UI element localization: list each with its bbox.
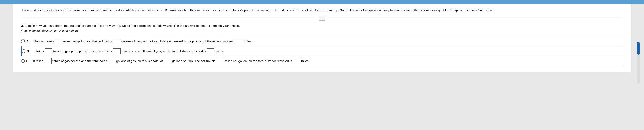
intro-text: Jamar and his family frequently drive fr…: [21, 8, 623, 13]
option-b-text-2: tanks of gas per trip and the car travel…: [53, 49, 112, 53]
instruction-text: (Type integers, fractions, or mixed numb…: [21, 29, 623, 32]
option-a-text-1: The car travels: [33, 39, 54, 43]
question-text: 3. Explain how you can determine the tot…: [21, 24, 623, 27]
option-label-a: A.: [26, 39, 29, 43]
option-c-text-1: It takes: [33, 59, 43, 63]
option-content-a: The car travels miles per gallon and the…: [33, 39, 623, 44]
option-content-b: It takes tanks of gas per trip and the c…: [34, 48, 623, 54]
option-c-text-2: tanks of gas per trip and the tank holds: [52, 59, 107, 63]
divider-row: ···: [21, 16, 623, 21]
scrollbar[interactable]: [637, 42, 640, 84]
option-a-text-4: miles.: [244, 39, 252, 43]
option-row-c: C. It takes tanks of gas per trip and th…: [21, 56, 623, 66]
radio-container-b[interactable]: B.: [22, 49, 31, 53]
scrollbar-thumb[interactable]: [637, 42, 640, 55]
option-b-box-3[interactable]: [207, 48, 214, 54]
option-c-text-4: gallons per trip. The car travels: [172, 59, 216, 63]
option-c-box-1[interactable]: [44, 58, 52, 64]
option-label-b: B.: [27, 49, 30, 53]
main-container: Jamar and his family frequently drive fr…: [13, 4, 631, 72]
option-a-box-3[interactable]: [236, 39, 243, 44]
option-c-text-6: miles.: [301, 59, 310, 63]
radio-container-a[interactable]: A.: [21, 39, 30, 43]
option-a-text-2: miles per gallon and the tank holds: [63, 39, 112, 43]
option-c-box-3[interactable]: [164, 58, 171, 64]
option-c-box-2[interactable]: [108, 58, 116, 64]
option-c-box-5[interactable]: [293, 58, 300, 64]
top-bar: [0, 0, 644, 4]
option-a-text-3: gallons of gas, so the total distance tr…: [121, 39, 235, 43]
radio-button-c[interactable]: [21, 59, 25, 63]
option-row-a: A. The car travels miles per gallon and …: [21, 36, 623, 46]
option-a-box-2[interactable]: [113, 39, 120, 44]
option-a-box-1[interactable]: [55, 39, 62, 44]
option-c-text-3: gallons of gas, so this is a total of: [116, 59, 163, 63]
divider-line-right: [328, 18, 623, 18]
divider-dots[interactable]: ···: [318, 16, 326, 21]
option-c-box-4[interactable]: [216, 58, 224, 64]
option-b-text-3: minutes on a full tank of gas, so the to…: [122, 49, 206, 53]
option-b-box-2[interactable]: [113, 48, 121, 54]
radio-container-c[interactable]: C.: [21, 59, 30, 63]
option-b-box-1[interactable]: [45, 48, 52, 54]
radio-button-b[interactable]: [22, 49, 26, 53]
option-content-c: It takes tanks of gas per trip and the t…: [33, 58, 623, 64]
option-row-b: B. It takes tanks of gas per trip and th…: [21, 46, 623, 56]
option-b-text-1: It takes: [34, 49, 44, 53]
question-number: 3.: [21, 24, 24, 27]
radio-button-a[interactable]: [21, 39, 25, 43]
option-label-c: C.: [26, 59, 29, 63]
option-c-text-5: miles per gallon, so the total distance …: [224, 59, 292, 63]
question-body: Explain how you can determine the total …: [24, 24, 240, 27]
option-b-text-4: miles.: [215, 49, 224, 53]
divider-line-left: [21, 18, 316, 18]
